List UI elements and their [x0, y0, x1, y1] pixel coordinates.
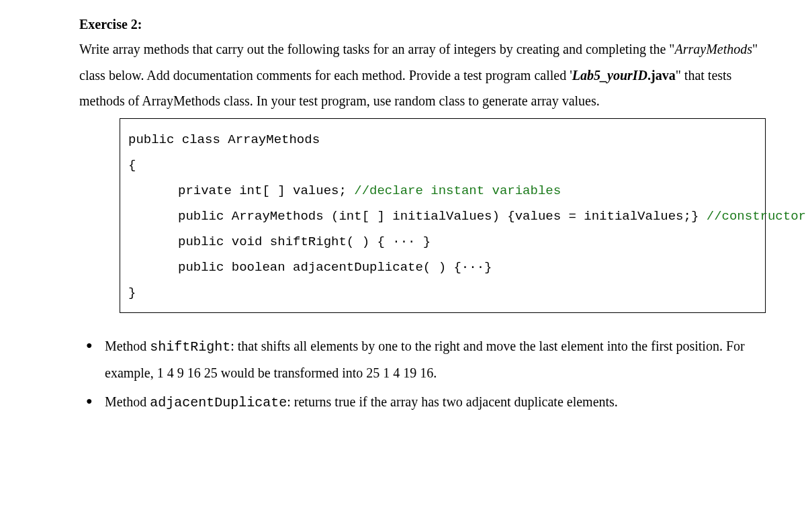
- code-line-6: public boolean adjacentDuplicate( ) {···…: [128, 255, 756, 280]
- code-comment: //constructor: [707, 209, 806, 224]
- list-item: ● Method adjacentDuplicate: returns true…: [86, 389, 766, 416]
- code-line-3: private int[ ] values; //declare instant…: [128, 178, 756, 204]
- array-methods-classname: ArrayMethods: [675, 42, 753, 56]
- exercise-title: Exercise 2:: [79, 17, 766, 32]
- list-item: ● Method shiftRight: that shifts all ele…: [86, 333, 766, 386]
- instructions-paragraph: Write array methods that carry out the f…: [79, 36, 766, 114]
- bullet-prefix: Method: [105, 339, 150, 353]
- code-block: public class ArrayMethods { private int[…: [120, 118, 766, 313]
- code-text: private int[ ] values;: [178, 183, 354, 198]
- bullet-text: Method adjacentDuplicate: returns true i…: [105, 389, 766, 416]
- lab-filename-ext: .java: [647, 68, 676, 83]
- bullet-prefix: Method: [105, 394, 150, 409]
- bullet-method-name: adjacentDuplicate: [150, 395, 287, 410]
- bullet-icon: ●: [86, 389, 105, 416]
- bullet-method-name: shiftRight: [150, 339, 230, 355]
- bullet-list: ● Method shiftRight: that shifts all ele…: [86, 333, 766, 416]
- code-text: public ArrayMethods (int[ ] initialValue…: [178, 209, 707, 224]
- bullet-rest: : returns true if the array has two adja…: [287, 394, 618, 409]
- code-line-2: {: [128, 152, 756, 178]
- code-line-7: }: [128, 280, 756, 306]
- bullet-icon: ●: [86, 333, 105, 386]
- code-line-1: public class ArrayMethods: [128, 127, 756, 152]
- para-text-1: Write array methods that carry out the f…: [79, 42, 675, 56]
- code-line-5: public void shiftRight( ) { ··· }: [128, 229, 756, 255]
- lab-filename-prefix: Lab5_yourID: [572, 68, 647, 83]
- code-line-4: public ArrayMethods (int[ ] initialValue…: [128, 204, 756, 229]
- bullet-text: Method shiftRight: that shifts all eleme…: [105, 333, 766, 386]
- code-comment: //declare instant variables: [354, 183, 561, 198]
